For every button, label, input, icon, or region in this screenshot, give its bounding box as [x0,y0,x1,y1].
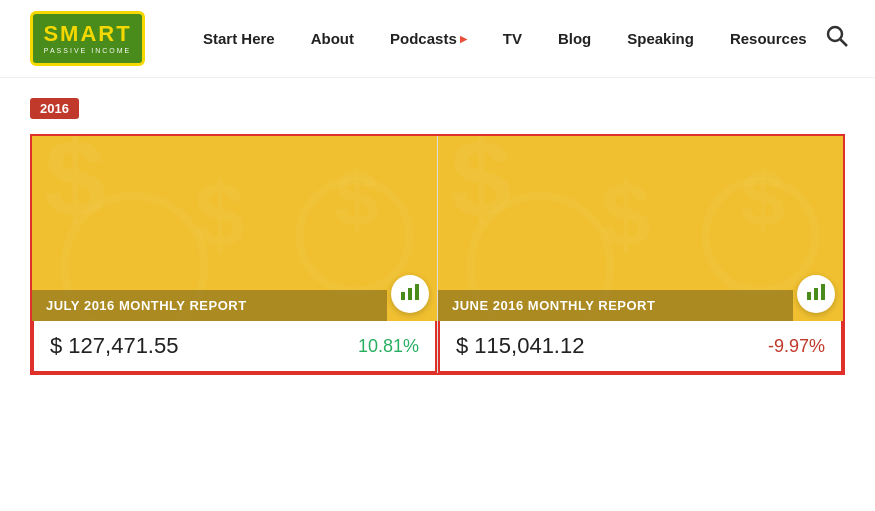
card-july-image: $ $ $ JULY 2016 MONTHLY REPORT [32,136,437,321]
header: SMART PASSIVE INCOME Start Here About Po… [0,0,875,78]
svg-line-1 [840,39,847,46]
bar-chart-icon-2 [807,284,825,304]
nav-resources[interactable]: Resources [712,30,825,47]
cards-wrapper: $ $ $ JULY 2016 MONTHLY REPORT [30,134,845,375]
card-july-footer: $ 127,471.55 10.81% [32,321,437,373]
svg-point-0 [828,27,842,41]
card-june-2016: $ $ $ JUNE 2016 MONTHLY REPORT [438,136,843,373]
nav-tv[interactable]: TV [485,30,540,47]
nav-about[interactable]: About [293,30,372,47]
svg-rect-16 [814,288,818,300]
card-june-image: $ $ $ JUNE 2016 MONTHLY REPORT [438,136,843,321]
podcasts-dropdown-arrow: ▶ [460,34,467,44]
svg-rect-17 [821,284,825,300]
chart-button-july[interactable] [391,275,429,313]
card-july-amount: $ 127,471.55 [50,333,178,359]
svg-rect-9 [415,284,419,300]
svg-rect-8 [408,288,412,300]
logo[interactable]: SMART PASSIVE INCOME [30,11,145,66]
svg-rect-7 [401,292,405,300]
card-july-change: 10.81% [358,336,419,357]
logo-sub-text: PASSIVE INCOME [44,47,131,54]
nav-speaking[interactable]: Speaking [609,30,712,47]
svg-text:$: $ [335,154,380,243]
card-june-footer: $ 115,041.12 -9.97% [438,321,843,373]
svg-rect-15 [807,292,811,300]
nav-blog[interactable]: Blog [540,30,609,47]
logo-smart-text: SMART [43,23,131,45]
nav-start-here[interactable]: Start Here [185,30,293,47]
card-june-amount: $ 115,041.12 [456,333,584,359]
card-july-label: JULY 2016 MONTHLY REPORT [32,290,387,321]
card-july-2016: $ $ $ JULY 2016 MONTHLY REPORT [32,136,438,373]
card-june-change: -9.97% [768,336,825,357]
year-badge: 2016 [30,98,79,119]
bar-chart-icon [401,284,419,304]
svg-text:$: $ [741,154,786,243]
search-button[interactable] [825,24,849,54]
main-content: 2016 $ $ $ JULY 2016 MONTHLY REPORT [0,78,875,395]
chart-button-june[interactable] [797,275,835,313]
main-nav: Start Here About Podcasts ▶ TV Blog Spea… [185,30,825,47]
nav-podcasts[interactable]: Podcasts ▶ [372,30,485,47]
card-june-label: JUNE 2016 MONTHLY REPORT [438,290,793,321]
